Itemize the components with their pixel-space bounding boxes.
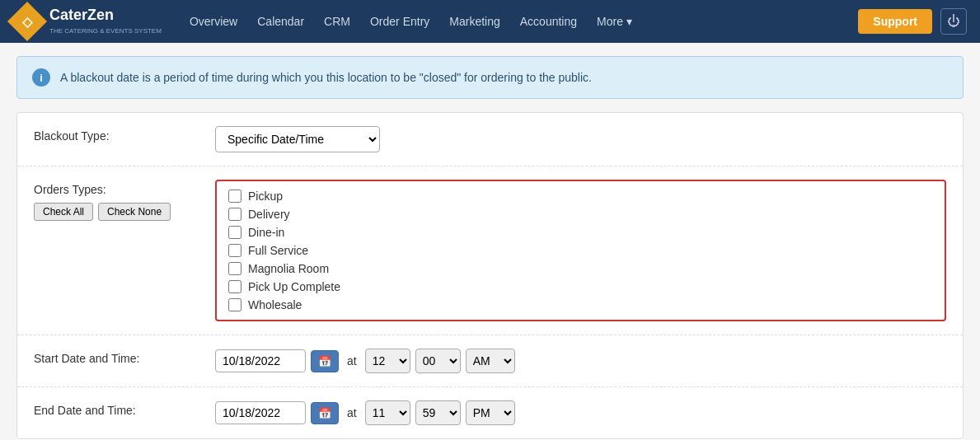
- checkbox-dine-in[interactable]: Dine-in: [228, 226, 933, 239]
- start-calendar-button[interactable]: 📅: [311, 350, 339, 372]
- checkbox-magnolia-room-input[interactable]: [228, 262, 241, 275]
- nav-logo: ◇ CaterZen THE CATERING & EVENTS SYSTEM: [13, 7, 162, 35]
- checkbox-delivery-input[interactable]: [228, 208, 241, 221]
- blackout-type-row: Blackout Type: Specific Date/Time Recurr…: [17, 113, 963, 166]
- end-at-label: at: [347, 406, 357, 419]
- checkbox-pick-up-complete-label: Pick Up Complete: [248, 280, 340, 293]
- check-all-button[interactable]: Check All: [34, 203, 93, 221]
- start-datetime-row: Start Date and Time: 📅 at 12123 4567 891…: [17, 335, 963, 387]
- check-none-button[interactable]: Check None: [98, 203, 171, 221]
- checkbox-pickup[interactable]: Pickup: [228, 190, 933, 203]
- info-text: A blackout date is a period of time duri…: [60, 71, 592, 84]
- end-datetime-label: End Date and Time:: [34, 400, 182, 417]
- start-hour-select[interactable]: 12123 4567 891011: [365, 349, 410, 373]
- check-buttons: Check All Check None: [34, 203, 182, 221]
- info-box: i A blackout date is a period of time du…: [16, 56, 964, 99]
- end-date-input[interactable]: [215, 401, 306, 424]
- support-button[interactable]: Support: [858, 9, 932, 34]
- checkbox-pick-up-complete-input[interactable]: [228, 280, 241, 293]
- checkbox-wholesale-label: Wholesale: [248, 298, 302, 311]
- form-section: Blackout Type: Specific Date/Time Recurr…: [16, 112, 964, 439]
- checkbox-dine-in-label: Dine-in: [248, 226, 284, 239]
- info-icon: i: [32, 68, 50, 87]
- checkbox-full-service-input[interactable]: [228, 244, 241, 257]
- nav-crm[interactable]: CRM: [316, 10, 359, 33]
- logo-diamond: ◇: [7, 2, 47, 41]
- nav-accounting[interactable]: Accounting: [512, 10, 585, 33]
- checkbox-group: Pickup Delivery Dine-in Full Service: [215, 180, 946, 321]
- end-datetime-controls: 📅 at 12123 4567 811910 0015304559 AMPM: [215, 400, 946, 425]
- nav-overview[interactable]: Overview: [181, 10, 246, 33]
- blackout-type-select[interactable]: Specific Date/Time Recurring Weekly Recu…: [215, 126, 380, 152]
- nav-calendar[interactable]: Calendar: [249, 10, 312, 33]
- end-datetime-inputs: 📅 at 12123 4567 811910 0015304559 AMPM: [215, 400, 946, 425]
- checkbox-wholesale-input[interactable]: [228, 298, 241, 311]
- blackout-type-controls: Specific Date/Time Recurring Weekly Recu…: [215, 126, 946, 152]
- checkbox-full-service[interactable]: Full Service: [228, 244, 933, 257]
- checkbox-delivery[interactable]: Delivery: [228, 208, 933, 221]
- checkbox-dine-in-input[interactable]: [228, 226, 241, 239]
- end-minute-select[interactable]: 0015304559: [415, 400, 461, 425]
- start-datetime-controls: 📅 at 12123 4567 891011 0015304559 AMPM: [215, 349, 946, 373]
- blackout-type-label: Blackout Type:: [34, 126, 182, 143]
- nav-right: Support ⏻: [858, 8, 967, 35]
- order-types-controls: Pickup Delivery Dine-in Full Service: [215, 180, 946, 321]
- nav-marketing[interactable]: Marketing: [441, 10, 508, 33]
- end-hour-select[interactable]: 12123 4567 811910: [365, 400, 410, 425]
- start-datetime-inputs: 📅 at 12123 4567 891011 0015304559 AMPM: [215, 349, 946, 373]
- nav-more[interactable]: More ▾: [588, 10, 640, 33]
- start-ampm-select[interactable]: AMPM: [466, 349, 515, 373]
- end-calendar-button[interactable]: 📅: [311, 402, 339, 424]
- power-button[interactable]: ⏻: [940, 8, 967, 35]
- nav-order-entry[interactable]: Order Entry: [362, 10, 438, 33]
- navbar: ◇ CaterZen THE CATERING & EVENTS SYSTEM …: [0, 0, 980, 43]
- start-date-input[interactable]: [215, 349, 306, 372]
- start-at-label: at: [347, 354, 357, 367]
- checkbox-pickup-input[interactable]: [228, 190, 241, 203]
- end-datetime-row: End Date and Time: 📅 at 12123 4567 81191…: [17, 387, 963, 438]
- checkbox-full-service-label: Full Service: [248, 244, 308, 257]
- checkbox-delivery-label: Delivery: [248, 208, 290, 221]
- brand-name: CaterZen: [49, 7, 162, 22]
- checkbox-magnolia-room-label: Magnolia Room: [248, 262, 329, 275]
- orders-types-row: Orders Types: Check All Check None Picku…: [17, 166, 963, 335]
- main-content: i A blackout date is a period of time du…: [0, 56, 980, 440]
- logo-icon: ◇: [22, 14, 32, 30]
- end-ampm-select[interactable]: AMPM: [466, 400, 515, 425]
- orders-types-label: Orders Types:: [34, 180, 182, 196]
- brand-sub: THE CATERING & EVENTS SYSTEM: [49, 27, 162, 35]
- checkbox-pickup-label: Pickup: [248, 190, 283, 203]
- start-minute-select[interactable]: 0015304559: [415, 349, 461, 373]
- nav-links: Overview Calendar CRM Order Entry Market…: [181, 15, 858, 28]
- checkbox-wholesale[interactable]: Wholesale: [228, 298, 933, 311]
- checkbox-pick-up-complete[interactable]: Pick Up Complete: [228, 280, 933, 293]
- checkbox-magnolia-room[interactable]: Magnolia Room: [228, 262, 933, 275]
- start-datetime-label: Start Date and Time:: [34, 349, 182, 365]
